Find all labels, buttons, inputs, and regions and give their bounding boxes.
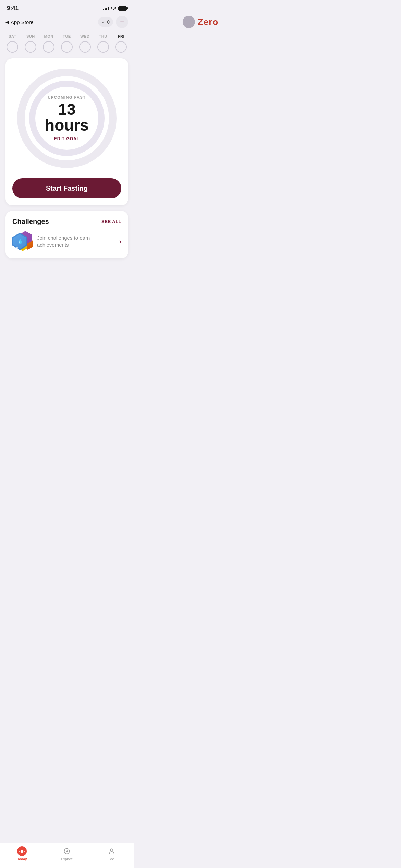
challenge-arrow-icon: › bbox=[119, 238, 121, 245]
upcoming-label: UPCOMING FAST bbox=[48, 95, 86, 99]
progress-ring: UPCOMING FAST 13 hours EDIT GOAL bbox=[12, 69, 121, 168]
ring-inner: UPCOMING FAST 13 hours EDIT GOAL bbox=[29, 81, 105, 156]
battery-icon bbox=[118, 6, 127, 11]
day-circle-thu bbox=[97, 41, 109, 53]
challenges-title: Challenges bbox=[12, 218, 49, 226]
day-circle-sat bbox=[7, 41, 18, 53]
day-thu[interactable]: THU bbox=[97, 34, 109, 53]
day-circle-tue bbox=[61, 41, 73, 53]
day-label-fri: FRI bbox=[118, 34, 124, 38]
see-all-button[interactable]: SEE ALL bbox=[101, 219, 121, 224]
ring-center-content: UPCOMING FAST 13 hours EDIT GOAL bbox=[35, 95, 98, 141]
day-circle-sun bbox=[25, 41, 36, 53]
day-tue[interactable]: TUE bbox=[61, 34, 73, 53]
day-circle-wed bbox=[79, 41, 91, 53]
back-label: App Store bbox=[11, 19, 34, 25]
day-wed[interactable]: WED bbox=[79, 34, 91, 53]
challenges-card: Challenges SEE ALL 💧 20H Join challenges… bbox=[5, 211, 128, 258]
day-label-thu: THU bbox=[99, 34, 107, 38]
day-sun[interactable]: SUN bbox=[25, 34, 36, 53]
add-button[interactable]: + bbox=[116, 16, 128, 28]
badge-label: 20H bbox=[14, 246, 18, 249]
challenges-header: Challenges SEE ALL bbox=[12, 218, 121, 226]
status-bar: 9:41 bbox=[0, 0, 134, 14]
week-calendar: SAT SUN MON TUE WED THU FRI bbox=[0, 32, 134, 58]
challenge-description: Join challenges to earn achievements bbox=[37, 234, 115, 249]
hours-display: 13 hours bbox=[35, 101, 98, 133]
challenge-item[interactable]: 💧 20H Join challenges to earn achievemen… bbox=[12, 231, 121, 252]
fast-card: UPCOMING FAST 13 hours EDIT GOAL Start F… bbox=[5, 58, 128, 205]
wifi-icon bbox=[111, 6, 116, 11]
day-label-tue: TUE bbox=[63, 34, 71, 38]
checkmark-icon: ✓ bbox=[101, 19, 106, 25]
day-label-mon: MON bbox=[44, 34, 53, 38]
nav-bar: ◀ App Store Zero ✓ 0 + bbox=[0, 14, 134, 32]
day-label-wed: WED bbox=[80, 34, 89, 38]
back-chevron-icon: ◀ bbox=[5, 19, 9, 25]
edit-goal-button[interactable]: EDIT GOAL bbox=[54, 136, 80, 141]
status-time: 9:41 bbox=[7, 5, 19, 12]
plus-icon: + bbox=[120, 18, 124, 26]
back-button[interactable]: ◀ App Store bbox=[5, 19, 34, 25]
check-count: 0 bbox=[107, 19, 110, 25]
signal-icon bbox=[103, 6, 109, 10]
ring-outer: UPCOMING FAST 13 hours EDIT GOAL bbox=[17, 69, 117, 168]
status-icons bbox=[103, 6, 127, 11]
check-badge[interactable]: ✓ 0 bbox=[98, 17, 113, 27]
day-mon[interactable]: MON bbox=[43, 34, 54, 53]
start-fasting-button[interactable]: Start Fasting bbox=[12, 178, 121, 198]
day-label-sun: SUN bbox=[26, 34, 35, 38]
challenge-badges: 💧 20H bbox=[12, 231, 33, 252]
day-circle-fri bbox=[115, 41, 127, 53]
day-circle-mon bbox=[43, 41, 54, 53]
day-fri[interactable]: FRI bbox=[115, 34, 127, 53]
day-sat[interactable]: SAT bbox=[7, 34, 18, 53]
day-label-sat: SAT bbox=[9, 34, 16, 38]
